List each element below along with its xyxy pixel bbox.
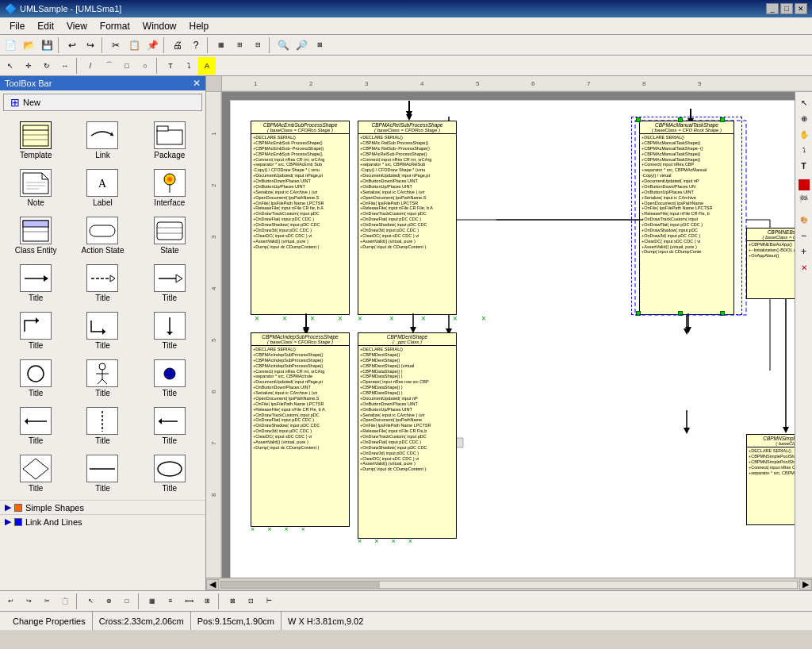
cut-btn[interactable]: ✂	[107, 36, 124, 54]
tool-template[interactable]: Template	[3, 117, 68, 163]
hscroll-right[interactable]: ▶	[799, 579, 812, 590]
shape-4[interactable]: CBPMAcIndepSubProcessShape ( baseClass =…	[251, 332, 350, 527]
hscroll-left[interactable]: ◀	[206, 579, 219, 590]
tool-tri-arrow[interactable]: Title	[137, 260, 202, 306]
bottom-btn-2[interactable]: ↪	[20, 593, 37, 610]
bottom-btn-1[interactable]: ↩	[2, 593, 19, 610]
bottom-btn-9[interactable]: ≡	[162, 593, 179, 610]
zoom-in-btn[interactable]: 🔍	[274, 36, 292, 54]
print-btn[interactable]: 🖨	[169, 36, 186, 54]
close-button[interactable]: ✕	[795, 3, 807, 14]
x-tool[interactable]: ✕	[797, 260, 811, 275]
new-btn[interactable]: 📄	[2, 36, 19, 54]
tool-dashed-arrow[interactable]: Title	[70, 260, 135, 306]
snap-btn[interactable]: ⊟	[249, 36, 266, 54]
copy-btn[interactable]: 📋	[125, 36, 143, 54]
tool-state[interactable]: State	[137, 213, 202, 259]
menu-edit[interactable]: Edit	[31, 19, 60, 33]
select-btn[interactable]: ↖	[2, 57, 19, 75]
hscroll-thumb[interactable]	[221, 582, 380, 588]
plus-tool[interactable]: +	[797, 244, 811, 259]
simple-shapes-section[interactable]: ▶ Simple Shapes	[0, 500, 205, 514]
help-btn[interactable]: ?	[187, 36, 205, 54]
tool-arrow-right[interactable]: Title	[3, 260, 68, 306]
fit-btn[interactable]: ⊠	[311, 36, 328, 54]
hscrollbar[interactable]: ◀ ▶	[206, 578, 812, 590]
shape-5[interactable]: CBPMDentShape ( _ppc Class ) +DECLARE SE…	[358, 332, 457, 539]
minus-tool[interactable]: −	[797, 228, 811, 243]
tool-line-v[interactable]: Title	[70, 403, 135, 449]
tool-line-h[interactable]: Title	[70, 451, 135, 497]
connect-tool[interactable]: ⤵	[797, 143, 811, 157]
bottom-btn-12[interactable]: ⊠	[224, 593, 241, 610]
color-flag[interactable]: 🏁	[797, 192, 811, 206]
save-btn[interactable]: 💾	[38, 36, 56, 54]
menu-view[interactable]: View	[60, 19, 94, 33]
redo-btn[interactable]: ↪	[82, 36, 99, 54]
tool-link[interactable]: Link	[70, 117, 135, 163]
menu-format[interactable]: Format	[94, 19, 136, 33]
tool-dot[interactable]: Title	[137, 355, 202, 401]
link-lines-section[interactable]: ▶ Link And Lines	[0, 514, 205, 528]
paste-btn[interactable]: 📌	[144, 36, 161, 54]
resize-btn[interactable]: ↔	[56, 57, 74, 75]
grid-btn[interactable]: ⊞	[231, 36, 248, 54]
tool-stick-man[interactable]: Title	[70, 355, 135, 401]
bottom-btn-5[interactable]: ↖	[82, 593, 99, 610]
draw-curve-btn[interactable]: ⌒	[100, 57, 117, 75]
tool-diamond[interactable]: Title	[3, 451, 68, 497]
color-fill-btn[interactable]: A	[198, 57, 216, 75]
tool-action-state[interactable]: Action State	[70, 213, 135, 259]
move-btn[interactable]: ✛	[20, 57, 37, 75]
new-item-button[interactable]: ⊞ New	[3, 94, 202, 111]
shape-6[interactable]: CBPMNEBstAnApp ( baseClass = CFl InApp )…	[746, 228, 795, 299]
align-btn[interactable]: ▦	[213, 36, 230, 54]
bottom-btn-3[interactable]: ✂	[38, 593, 56, 610]
draw-line-btn[interactable]: /	[82, 57, 99, 75]
tool-class-entity[interactable]: Class Entity	[3, 213, 68, 259]
tool-flow1[interactable]: Title	[3, 308, 68, 354]
tool-oval[interactable]: Title	[137, 451, 202, 497]
undo-btn[interactable]: ↩	[63, 36, 81, 54]
palette-tool[interactable]: 🎨	[797, 213, 811, 227]
bottom-btn-4[interactable]: 📋	[56, 593, 74, 610]
tool-interface[interactable]: Interface	[137, 165, 202, 211]
bottom-btn-14[interactable]: ⊢	[260, 593, 278, 610]
bottom-btn-11[interactable]: ⊞	[198, 593, 216, 610]
hscroll-track[interactable]	[220, 581, 798, 589]
rotate-btn[interactable]: ↻	[38, 57, 56, 75]
canvas-scroll[interactable]: × × × × × × × × ×	[222, 92, 795, 578]
tool-flow3[interactable]: Title	[137, 308, 202, 354]
text-tool[interactable]: T	[797, 159, 811, 173]
tool-label[interactable]: A Label	[70, 165, 135, 211]
tool-arrow-back[interactable]: Title	[137, 403, 202, 449]
draw-ellipse-btn[interactable]: ○	[136, 57, 154, 75]
color-red[interactable]	[799, 179, 810, 190]
shape-2[interactable]: CBPMAcRelSubProcessShape ( baseClass = C…	[358, 121, 457, 315]
tool-circle[interactable]: Title	[3, 355, 68, 401]
tool-arrow-l[interactable]: Title	[3, 403, 68, 449]
shape-7[interactable]: CBPMNSimple dShape ( baseClass ) +DECLAR…	[746, 434, 795, 525]
bottom-btn-13[interactable]: ⊡	[242, 593, 259, 610]
menu-help[interactable]: Help	[183, 19, 216, 33]
toolbox-close-icon[interactable]: ✕	[193, 78, 201, 89]
draw-rect-btn[interactable]: □	[118, 57, 136, 75]
hand-tool[interactable]: ✋	[797, 127, 811, 141]
menu-file[interactable]: File	[3, 19, 31, 33]
tool-package[interactable]: Package	[137, 117, 202, 163]
shape-1[interactable]: CBPMAcEmbSubProcessShape ( baseClass = C…	[251, 121, 350, 315]
tool-note[interactable]: Note	[3, 165, 68, 211]
connect-btn[interactable]: ⤵	[180, 57, 197, 75]
restore-button[interactable]: □	[780, 3, 793, 14]
menu-window[interactable]: Window	[136, 19, 183, 33]
bottom-btn-7[interactable]: □	[118, 593, 136, 610]
tool-flow2[interactable]: Title	[70, 308, 135, 354]
zoom-tool[interactable]: ⊕	[797, 111, 811, 125]
minimize-button[interactable]: _	[766, 3, 779, 14]
pointer-tool[interactable]: ↖	[797, 95, 811, 109]
open-btn[interactable]: 📂	[20, 36, 37, 54]
bottom-btn-8[interactable]: ▦	[144, 593, 161, 610]
bottom-btn-6[interactable]: ⊕	[100, 593, 117, 610]
text-btn[interactable]: T	[162, 57, 179, 75]
bottom-btn-10[interactable]: ⟷	[180, 593, 197, 610]
